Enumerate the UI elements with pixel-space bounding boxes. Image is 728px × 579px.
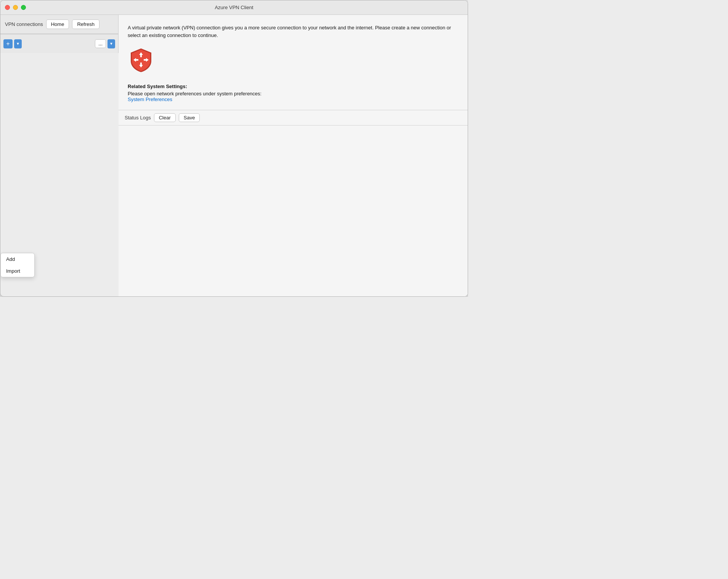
more-dropdown-button[interactable]: ▼	[107, 39, 115, 48]
add-dropdown-menu: Add Import	[0, 253, 35, 277]
system-preferences-link[interactable]: System Preferences	[128, 96, 172, 102]
status-body	[119, 125, 468, 296]
traffic-lights	[5, 5, 26, 10]
titlebar: Azure VPN Client	[0, 0, 468, 15]
info-description: A virtual private network (VPN) connecti…	[128, 24, 459, 39]
related-title: Related System Settings:	[128, 84, 459, 89]
minimize-button[interactable]	[13, 5, 18, 10]
ellipsis-button[interactable]: ...	[95, 39, 106, 48]
ellipsis-icon: ...	[98, 41, 103, 47]
maximize-button[interactable]	[21, 5, 26, 10]
add-button[interactable]: +	[3, 39, 13, 48]
close-button[interactable]	[5, 5, 10, 10]
vpn-shield-icon	[128, 47, 154, 73]
add-dropdown-button[interactable]: ▼	[14, 39, 22, 48]
home-button[interactable]: Home	[46, 19, 69, 29]
main-content: VPN connections Home Refresh + ▼ ...	[0, 15, 468, 296]
status-logs-label: Status Logs	[125, 115, 151, 121]
dropdown-import-item[interactable]: Import	[1, 265, 34, 277]
info-section: A virtual private network (VPN) connecti…	[119, 15, 468, 110]
dropdown-add-item[interactable]: Add	[1, 253, 34, 265]
right-panel: A virtual private network (VPN) connecti…	[119, 15, 468, 296]
status-header: Status Logs Clear Save	[119, 110, 468, 125]
sidebar-title: VPN connections	[5, 21, 43, 27]
clear-button[interactable]: Clear	[154, 113, 176, 122]
chevron-down-icon: ▼	[16, 42, 20, 46]
sidebar: VPN connections Home Refresh + ▼ ...	[0, 15, 119, 53]
related-desc: Please open network preferences under sy…	[128, 91, 459, 96]
main-window: Azure VPN Client VPN connections Home Re…	[0, 0, 468, 297]
plus-icon: +	[6, 40, 10, 47]
sidebar-footer: + ▼ ... ▼	[0, 34, 118, 53]
sidebar-header: VPN connections Home Refresh	[0, 15, 118, 34]
window-title: Azure VPN Client	[215, 5, 253, 10]
status-section: Status Logs Clear Save	[119, 110, 468, 296]
related-section: Related System Settings: Please open net…	[128, 84, 459, 102]
sidebar-wrapper: VPN connections Home Refresh + ▼ ...	[0, 15, 119, 296]
refresh-button[interactable]: Refresh	[72, 19, 99, 29]
chevron-down-icon-2: ▼	[109, 42, 113, 46]
save-button[interactable]: Save	[179, 113, 200, 122]
